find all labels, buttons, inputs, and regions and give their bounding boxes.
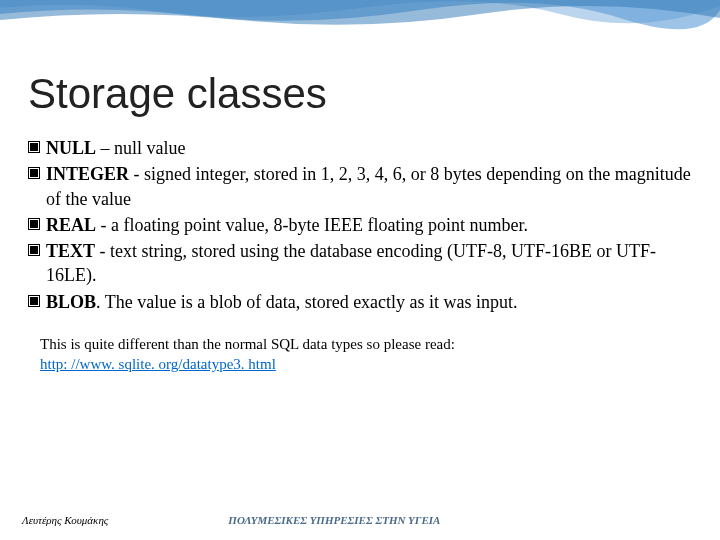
bullet-item: BLOB. The value is a blob of data, store… (28, 290, 692, 314)
bullet-icon (28, 167, 40, 179)
bullet-item: NULL – null value (28, 136, 692, 160)
bullet-text: TEXT - text string, stored using the dat… (46, 239, 692, 288)
bullet-text: NULL – null value (46, 136, 692, 160)
note-link[interactable]: http: //www. sqlite. org/datatype3. html (40, 356, 276, 372)
note-text: This is quite different than the normal … (40, 334, 692, 354)
bullet-text: INTEGER - signed integer, stored in 1, 2… (46, 162, 692, 211)
bullet-item: REAL - a floating point value, 8-byte IE… (28, 213, 692, 237)
bullet-icon (28, 218, 40, 230)
footer-author: Λευτέρης Κουμάκης (0, 514, 108, 526)
wave-decoration (0, 0, 720, 45)
bullet-list: NULL – null value INTEGER - signed integ… (0, 128, 720, 314)
footer: Λευτέρης Κουμάκης ΠΟΛΥΜΕΣΙΚΕΣ ΥΠΗΡΕΣΙΕΣ … (0, 514, 720, 526)
bullet-icon (28, 244, 40, 256)
bullet-text: BLOB. The value is a blob of data, store… (46, 290, 692, 314)
bullet-icon (28, 141, 40, 153)
bullet-icon (28, 295, 40, 307)
bullet-text: REAL - a floating point value, 8-byte IE… (46, 213, 692, 237)
footer-title: ΠΟΛΥΜΕΣΙΚΕΣ ΥΠΗΡΕΣΙΕΣ ΣΤΗΝ ΥΓΕΙΑ (108, 514, 440, 526)
bullet-item: INTEGER - signed integer, stored in 1, 2… (28, 162, 692, 211)
bullet-item: TEXT - text string, stored using the dat… (28, 239, 692, 288)
note-block: This is quite different than the normal … (0, 316, 720, 375)
